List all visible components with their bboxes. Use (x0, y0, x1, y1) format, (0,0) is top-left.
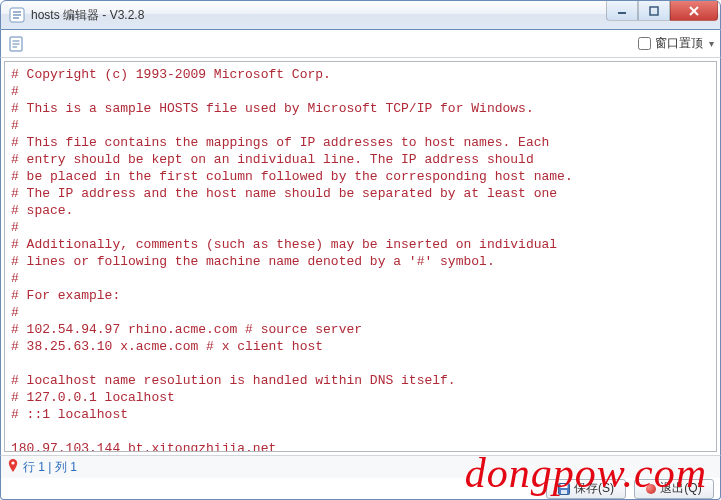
window-titlebar: hosts 编辑器 - V3.2.8 (0, 0, 721, 30)
window-title: hosts 编辑器 - V3.2.8 (31, 7, 144, 24)
document-icon[interactable] (7, 35, 25, 53)
svg-rect-5 (650, 7, 658, 15)
pin-icon (7, 459, 19, 476)
window-controls (606, 1, 718, 21)
exit-icon (646, 484, 656, 494)
always-on-top-toggle[interactable]: 窗口置顶 ▾ (638, 35, 714, 52)
svg-point-12 (11, 461, 14, 464)
minimize-button[interactable] (606, 1, 638, 21)
svg-rect-15 (561, 490, 567, 494)
maximize-button[interactable] (638, 1, 670, 21)
footer-bar: 保存(S) 退出(Q) (0, 478, 721, 500)
toolbar: 窗口置顶 ▾ (0, 30, 721, 58)
save-button[interactable]: 保存(S) (546, 479, 626, 499)
cursor-position: 行 1 | 列 1 (23, 459, 77, 476)
status-bar: 行 1 | 列 1 (0, 455, 721, 478)
exit-button[interactable]: 退出(Q) (634, 479, 714, 499)
always-on-top-checkbox[interactable] (638, 37, 651, 50)
always-on-top-label: 窗口置顶 (655, 35, 703, 52)
save-button-label: 保存(S) (574, 480, 614, 497)
save-icon (558, 483, 570, 495)
close-button[interactable] (670, 1, 718, 21)
hosts-text-editor[interactable]: # Copyright (c) 1993-2009 Microsoft Corp… (4, 61, 717, 452)
dropdown-icon: ▾ (709, 38, 714, 49)
exit-button-label: 退出(Q) (660, 480, 701, 497)
app-icon (9, 7, 25, 23)
editor-area: # Copyright (c) 1993-2009 Microsoft Corp… (0, 58, 721, 455)
svg-rect-14 (561, 484, 568, 488)
